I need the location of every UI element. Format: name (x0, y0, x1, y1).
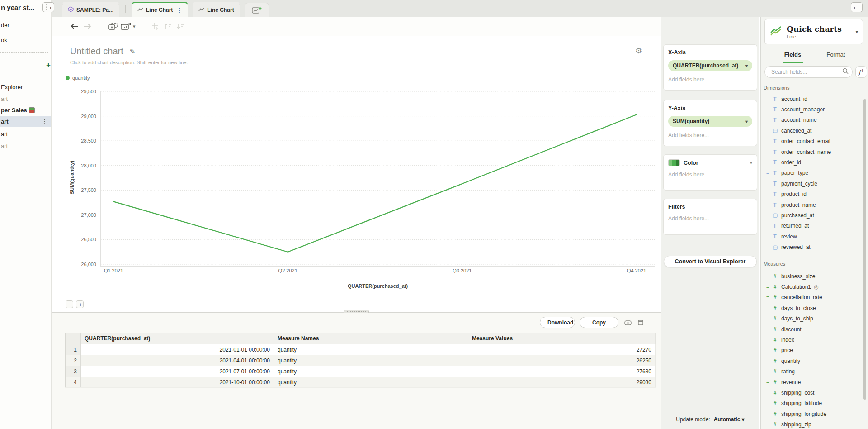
field-item-order-contact-email[interactable]: Torder_contact_email (761, 136, 863, 147)
sort-ascending-icon[interactable] (161, 20, 174, 33)
back-icon[interactable] (68, 20, 81, 33)
cell-quarter[interactable]: 2021-10-01 00:00:00 (81, 377, 274, 388)
forward-icon[interactable] (81, 20, 94, 33)
field-item-rating[interactable]: #rating (761, 367, 863, 377)
quick-charts-selector[interactable]: Quick charts Line ▾ (764, 19, 863, 44)
expand-panel-button[interactable]: › (851, 2, 863, 12)
add-formula-button[interactable]: ƒ+ (855, 66, 867, 78)
chevron-down-icon[interactable]: ▾ (750, 160, 752, 165)
cell-measure-value[interactable]: 29030 (468, 377, 656, 388)
cell-quarter[interactable]: 2021-07-01 00:00:00 (81, 366, 274, 377)
field-item-index[interactable]: #index (761, 334, 863, 345)
add-page-button[interactable]: + (43, 60, 53, 70)
cell-measure-value[interactable]: 27630 (468, 366, 656, 377)
cell-quarter[interactable]: 2021-04-01 00:00:00 (81, 355, 274, 366)
legend-item-quantity[interactable]: quantity (66, 75, 90, 81)
zoom-in-button[interactable]: + (76, 300, 84, 308)
field-item-shipping-cost[interactable]: #shipping_cost (761, 387, 863, 398)
field-item-shipping-zip[interactable]: #shipping_zip (761, 419, 863, 429)
cell-measure-name[interactable]: quantity (274, 344, 468, 355)
tab-sample-pa-0[interactable]: SAMPLE: Pa... (62, 2, 119, 17)
field-item-review[interactable]: Treview (761, 231, 863, 242)
zoom-out-button[interactable]: − (66, 300, 73, 308)
column-header-measure-values[interactable]: Measure Values (468, 333, 656, 344)
chart-settings-gear-icon[interactable]: ⚙ (635, 46, 642, 56)
sidebar-page-item-art[interactable]: art (0, 129, 51, 139)
search-fields-input[interactable] (770, 68, 842, 76)
field-item-product-name[interactable]: Tproduct_name (761, 200, 863, 210)
field-item-returned-at[interactable]: Treturned_at (761, 221, 863, 231)
y-axis-field-pill[interactable]: SUM(quantity) ▾ (668, 116, 752, 127)
cell-measure-name[interactable]: quantity (274, 366, 468, 377)
y-axis-add-fields[interactable]: Add fields here... (668, 132, 752, 138)
field-name: business_size (781, 273, 815, 280)
expand-table-icon[interactable] (636, 319, 645, 326)
field-item-paper-type[interactable]: =Tpaper_type (761, 168, 863, 178)
field-item-calculation1[interactable]: =#Calculation1◎ (761, 281, 863, 292)
field-item-reviewed-at[interactable]: reviewed_at (761, 242, 863, 252)
convert-to-visual-explorer-button[interactable]: Convert to Visual Explorer (664, 256, 757, 267)
sidebar-page-item-art[interactable]: art (0, 140, 51, 151)
update-mode-dropdown[interactable]: Automatic ▾ (714, 416, 745, 423)
chart-title[interactable]: Untitled chart (70, 46, 123, 57)
fields-scrollbar[interactable] (863, 99, 866, 400)
color-swatch-icon[interactable] (668, 159, 680, 166)
chart-description-placeholder[interactable]: Click to add chart description. Shift-en… (70, 60, 188, 65)
copy-button[interactable]: Copy (580, 317, 618, 328)
collapse-sidebar-button[interactable]: ‹ (42, 2, 54, 12)
field-item-purchased-at[interactable]: purchased_at (761, 210, 863, 220)
tab-line-chart-1[interactable]: Line Chart⋮ (132, 2, 188, 17)
field-item-days-to-close[interactable]: #days_to_close (761, 303, 863, 313)
field-item-business-size[interactable]: #business_size (761, 271, 863, 281)
new-chart-tab-button[interactable] (245, 3, 269, 17)
cell-measure-value[interactable]: 26250 (468, 355, 656, 366)
chart-element-menu-icon[interactable] (119, 20, 132, 33)
chevron-down-icon[interactable]: ▾ (133, 24, 136, 29)
sidebar-page-item-art[interactable]: art⋮ (0, 116, 51, 127)
field-item-days-to-ship[interactable]: #days_to_ship (761, 314, 863, 324)
download-button[interactable]: Download (540, 317, 575, 328)
tab-format[interactable]: Format (825, 48, 847, 63)
field-item-account-id[interactable]: Taccount_id (761, 94, 863, 104)
sidebar-page-item-per-sales[interactable]: per Sales (0, 105, 51, 115)
field-item-discount[interactable]: #discount (761, 324, 863, 334)
swap-axes-icon[interactable] (149, 20, 161, 33)
field-item-shipping-latitude[interactable]: #shipping_latitude (761, 398, 863, 409)
filters-add-fields[interactable]: Add fields here... (668, 215, 752, 222)
x-axis-add-fields[interactable]: Add fields here... (668, 76, 752, 83)
field-name: Calculation1 (781, 284, 811, 290)
field-item-revenue[interactable]: =#revenue (761, 377, 863, 387)
cell-quarter[interactable]: 2021-01-01 00:00:00 (81, 344, 274, 355)
cell-measure-value[interactable]: 27270 (468, 344, 656, 355)
field-item-order-contact-name[interactable]: Torder_contact_name (761, 147, 863, 157)
field-item-payment-cycle[interactable]: Tpayment_cycle (761, 178, 863, 189)
field-item-product-id[interactable]: Tproduct_id (761, 189, 863, 200)
field-item-shipping-longitude[interactable]: #shipping_longitude (761, 409, 863, 419)
column-header-measure-names[interactable]: Measure Names (274, 333, 468, 344)
tab-line-chart-2[interactable]: Line Chart (193, 2, 240, 17)
cell-measure-name[interactable]: quantity (274, 377, 468, 388)
edit-title-icon[interactable]: ✎ (130, 48, 136, 56)
field-item-price[interactable]: #price (761, 345, 863, 356)
sidebar-item-folder[interactable]: der (1, 22, 9, 29)
tab-menu-icon[interactable]: ⋮ (175, 7, 182, 14)
sidebar-page-item-art[interactable]: art (0, 93, 51, 104)
color-add-fields[interactable]: Add fields here... (668, 172, 752, 178)
sort-descending-icon[interactable] (174, 20, 187, 33)
field-item-account-manager[interactable]: Taccount_manager (761, 104, 863, 114)
tab-fields[interactable]: Fields (783, 48, 803, 63)
sidebar-item-workbook[interactable]: ok (1, 37, 7, 43)
duplicate-element-icon[interactable] (107, 20, 119, 33)
field-item-account-name[interactable]: Taccount_name (761, 115, 863, 125)
x-axis-field-pill[interactable]: QUARTER(purchased_at) ▾ (668, 60, 752, 71)
column-header-quarter-purchased-at[interactable]: QUARTER(purchased_at) (81, 333, 274, 344)
cell-measure-name[interactable]: quantity (274, 355, 468, 366)
field-item-order-id[interactable]: Torder_id (761, 157, 863, 167)
line-series-quantity[interactable] (113, 114, 637, 252)
page-menu-icon[interactable]: ⋮ (42, 118, 47, 125)
field-item-quantity[interactable]: #quantity (761, 356, 863, 366)
collapse-table-icon[interactable] (623, 319, 632, 326)
field-item-cancelled-at[interactable]: cancelled_at (761, 125, 863, 136)
field-item-cancellation-rate[interactable]: =#cancellation_rate (761, 292, 863, 303)
sidebar-page-item-explorer[interactable]: Explorer (0, 81, 51, 92)
